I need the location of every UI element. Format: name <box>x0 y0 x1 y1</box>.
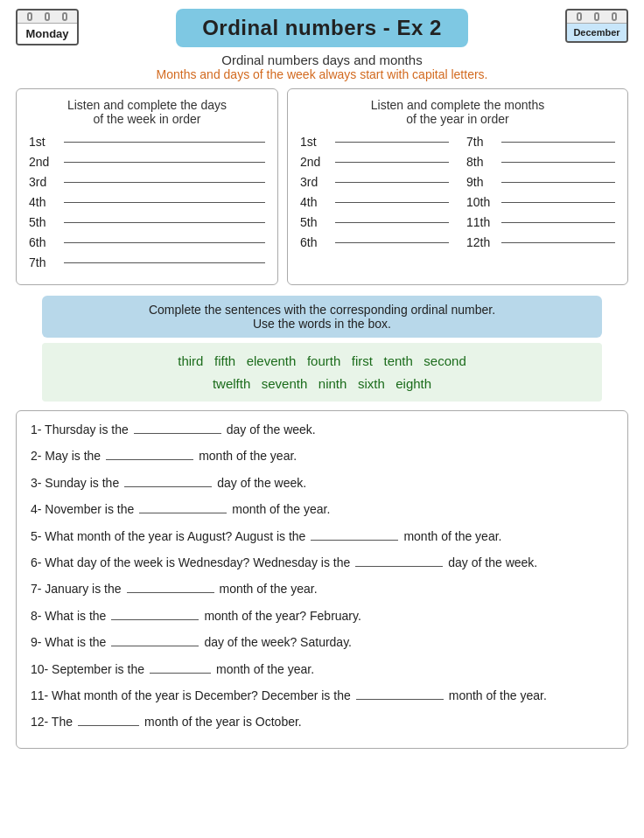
calendar-monday-label: Monday <box>18 24 77 44</box>
sentence-4-text: 4- November is the <box>31 499 134 519</box>
month-line-9 <box>501 182 615 183</box>
word-fourth: fourth <box>307 353 340 368</box>
sentence-3-blank[interactable] <box>124 475 212 487</box>
day-line-7 <box>64 262 265 263</box>
sentence-11-blank[interactable] <box>356 688 444 700</box>
day-label-6: 6th <box>29 235 60 249</box>
month-row-3: 3rd <box>300 175 449 189</box>
sentence-3-end: day of the week. <box>217 473 306 492</box>
month-line-1 <box>335 142 449 143</box>
day-row-2: 2nd <box>29 155 265 169</box>
sentence-5-text: 5- What month of the year is August? Aug… <box>31 527 305 546</box>
month-label-4: 4th <box>300 195 332 209</box>
listen-row: Listen and complete the daysof the week … <box>16 88 628 285</box>
sentence-row-4: 4- November is the month of the year. <box>31 499 613 519</box>
sentence-7-end: month of the year. <box>220 579 318 598</box>
sentence-8-text: 8- What is the <box>31 606 106 625</box>
month-label-11: 11th <box>466 215 498 229</box>
month-row-11: 11th <box>466 215 615 229</box>
sentence-8-blank[interactable] <box>111 608 199 620</box>
day-line-4 <box>64 202 265 203</box>
month-row-6: 6th <box>300 235 449 249</box>
words-box: third fifth eleventh fourth first tenth … <box>42 343 602 402</box>
month-row-2: 2nd <box>300 155 449 169</box>
day-row-4: 4th <box>29 195 265 209</box>
sentence-2-end: month of the year. <box>199 446 297 465</box>
month-label-7: 7th <box>466 135 498 149</box>
listen-box-months: Listen and complete the monthsof the yea… <box>287 88 628 285</box>
sentence-6-blank[interactable] <box>355 555 443 567</box>
month-row-10: 10th <box>466 195 615 209</box>
sentence-row-3: 3- Sunday is the day of the week. <box>31 473 613 492</box>
sentence-7-text: 7- January is the <box>31 579 122 598</box>
day-line-2 <box>64 162 265 163</box>
month-line-6 <box>335 242 449 243</box>
word-ninth: ninth <box>318 376 347 391</box>
month-row-12: 12th <box>466 235 615 249</box>
month-line-10 <box>501 202 615 203</box>
month-label-12: 12th <box>466 235 498 249</box>
sentence-5-blank[interactable] <box>311 528 398 541</box>
month-row-4: 4th <box>300 195 449 209</box>
day-label-4: 4th <box>29 195 60 209</box>
word-first: first <box>352 353 373 368</box>
month-label-2: 2nd <box>300 155 332 169</box>
sentence-12-blank[interactable] <box>78 714 139 726</box>
sentence-12-end: month of the year is October. <box>144 712 302 731</box>
month-line-4 <box>335 202 449 203</box>
sentence-row-2: 2- May is the month of the year. <box>31 446 613 465</box>
sentence-6-end: day of the week. <box>448 553 537 572</box>
sentence-11-text: 11- What month of the year is December? … <box>31 686 351 705</box>
day-line-6 <box>64 242 265 243</box>
month-line-3 <box>335 182 449 183</box>
sentence-7-blank[interactable] <box>127 581 214 593</box>
cal-ring-icon <box>27 12 32 21</box>
cal-ring-icon3 <box>62 12 67 21</box>
sentence-9-blank[interactable] <box>111 634 199 646</box>
month-row-1: 1st <box>300 135 449 149</box>
months-left-col: 1st 2nd 3rd 4th 5th <box>300 135 449 255</box>
calendar-december: December <box>565 9 628 43</box>
sentence-6-text: 6- What day of the week is Wednesday? We… <box>31 553 350 572</box>
complete-header-box: Complete the sentences with the correspo… <box>42 296 602 338</box>
day-row-6: 6th <box>29 235 265 249</box>
day-line-3 <box>64 182 265 183</box>
sentence-3-text: 3- Sunday is the <box>31 473 119 492</box>
word-sixth: sixth <box>358 376 385 391</box>
sentences-box: 1- Thursday is the day of the week. 2- M… <box>16 410 628 749</box>
sentence-5-end: month of the year. <box>403 527 501 546</box>
day-label-5: 5th <box>29 215 60 229</box>
main-title: Ordinal numbers - Ex 2 <box>176 9 468 47</box>
subtitle: Ordinal numbers days and months <box>16 52 628 67</box>
word-fifth: fifth <box>214 353 235 368</box>
sentence-10-blank[interactable] <box>150 661 211 674</box>
sentence-4-end: month of the year. <box>232 499 330 519</box>
day-line-1 <box>64 142 265 143</box>
calendar-top-right <box>567 10 626 24</box>
day-label-1: 1st <box>29 135 60 149</box>
calendar-monday: Monday <box>16 9 79 45</box>
word-eleventh: eleventh <box>247 353 297 368</box>
listen-months-title: Listen and complete the monthsof the yea… <box>300 98 615 126</box>
sentence-1-blank[interactable] <box>134 422 221 434</box>
months-grid: 1st 2nd 3rd 4th 5th <box>300 135 615 255</box>
cal-ring-icon6 <box>612 12 617 21</box>
month-label-9: 9th <box>466 175 498 189</box>
sentence-1-end: day of the week. <box>227 420 316 439</box>
month-line-11 <box>501 222 615 223</box>
month-label-6: 6th <box>300 235 332 249</box>
month-row-8: 8th <box>466 155 615 169</box>
sentence-11-end: month of the year. <box>449 686 547 705</box>
listen-days-title: Listen and complete the daysof the week … <box>29 98 265 126</box>
cal-ring-icon5 <box>594 12 599 21</box>
sentence-row-5: 5- What month of the year is August? Aug… <box>31 527 613 546</box>
word-eighth: eighth <box>396 376 431 391</box>
sentence-1-text: 1- Thursday is the <box>31 420 129 439</box>
day-line-5 <box>64 222 265 223</box>
sentence-4-blank[interactable] <box>139 501 227 513</box>
month-label-8: 8th <box>466 155 498 169</box>
listen-box-days: Listen and complete the daysof the week … <box>16 88 278 285</box>
sentence-2-blank[interactable] <box>106 448 193 460</box>
month-label-3: 3rd <box>300 175 332 189</box>
month-line-12 <box>501 242 615 243</box>
